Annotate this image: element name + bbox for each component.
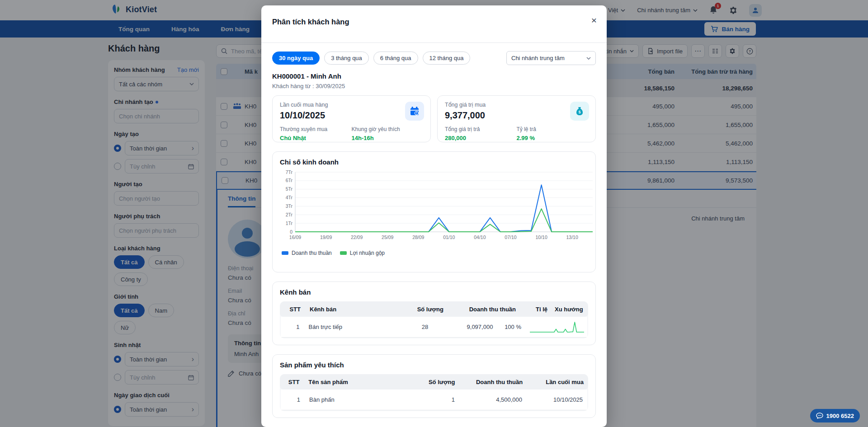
support-hotline-button[interactable]: 1900 6522 <box>810 409 860 422</box>
period-30days-button[interactable]: 30 ngày qua <box>272 52 320 65</box>
calendar-badge-icon <box>405 102 424 121</box>
svg-text:3Tr: 3Tr <box>286 203 293 209</box>
svg-text:1Tr: 1Tr <box>286 221 293 226</box>
sales-channel-panel: Kênh bán STT Kênh bán Số lượng Doanh thu… <box>272 282 596 345</box>
svg-text:13/10: 13/10 <box>566 235 578 240</box>
svg-text:2Tr: 2Tr <box>286 212 293 217</box>
svg-text:22/09: 22/09 <box>351 235 363 240</box>
period-3months-button[interactable]: 3 tháng qua <box>324 52 369 65</box>
channel-row: 1 Bán trực tiếp 28 9,097,000 100 % <box>281 317 587 338</box>
svg-text:25/09: 25/09 <box>382 235 393 240</box>
business-chart: 01Tr2Tr3Tr4Tr5Tr6Tr7Tr16/0919/0922/0925/… <box>280 169 596 248</box>
svg-text:04/10: 04/10 <box>474 235 486 240</box>
svg-text:$: $ <box>578 110 580 114</box>
favorites-table: STT Tên sản phẩm Số lượng Doanh thu thuầ… <box>280 374 588 411</box>
period-6months-button[interactable]: 6 tháng qua <box>373 52 418 65</box>
svg-text:10/10: 10/10 <box>535 235 547 240</box>
chat-bubble-icon <box>816 413 823 419</box>
last-purchase-card: Lần cuối mua hàng 10/10/2025 Thường xuyê… <box>272 95 431 142</box>
svg-text:19/09: 19/09 <box>320 235 332 240</box>
customer-analysis-modal: Phân tích khách hàng × 30 ngày qua 3 thá… <box>261 5 607 427</box>
money-badge-icon: $ <box>570 102 589 121</box>
revenue-legend-swatch <box>282 251 288 255</box>
customer-name: KH000001 - Minh Anh <box>272 72 596 80</box>
svg-text:5Tr: 5Tr <box>286 186 293 192</box>
svg-text:16/09: 16/09 <box>289 235 301 240</box>
chevron-down-icon <box>586 57 591 60</box>
svg-text:28/09: 28/09 <box>412 235 424 240</box>
chart-legend: Doanh thu thuần Lợi nhuận gộp <box>280 250 588 256</box>
channels-title: Kênh bán <box>280 288 588 296</box>
modal-branch-select[interactable]: Chi nhánh trung tâm <box>506 51 596 65</box>
favorite-products-panel: Sản phẩm yêu thích STT Tên sản phẩm Số l… <box>272 354 596 418</box>
svg-text:07/10: 07/10 <box>505 235 516 240</box>
customer-since: Khách hàng từ : 30/09/2025 <box>272 83 596 89</box>
period-12months-button[interactable]: 12 tháng qua <box>423 52 471 65</box>
svg-text:7Tr: 7Tr <box>286 169 293 175</box>
total-purchase-card: Tổng giá trị mua 9,377,000 $ Tổng giá tr… <box>437 95 596 142</box>
business-metrics-panel: Chỉ số kinh doanh 01Tr2Tr3Tr4Tr5Tr6Tr7Tr… <box>272 151 596 272</box>
favorites-title: Sản phẩm yêu thích <box>280 361 588 369</box>
svg-text:4Tr: 4Tr <box>286 195 293 200</box>
close-icon[interactable]: × <box>591 15 597 25</box>
favorite-product-row: 1 Bàn phấn 1 4,500,000 10/10/2025 <box>281 389 587 410</box>
chart-title: Chỉ số kinh doanh <box>280 158 588 166</box>
profit-legend-swatch <box>340 251 347 255</box>
channels-table: STT Kênh bán Số lượng Doanh thu thuần Tỉ… <box>280 301 588 338</box>
svg-text:6Tr: 6Tr <box>286 178 293 183</box>
svg-text:0: 0 <box>290 229 292 235</box>
modal-title: Phân tích khách hàng <box>272 18 349 26</box>
svg-text:01/10: 01/10 <box>443 235 455 240</box>
trend-sparkline <box>528 320 585 334</box>
